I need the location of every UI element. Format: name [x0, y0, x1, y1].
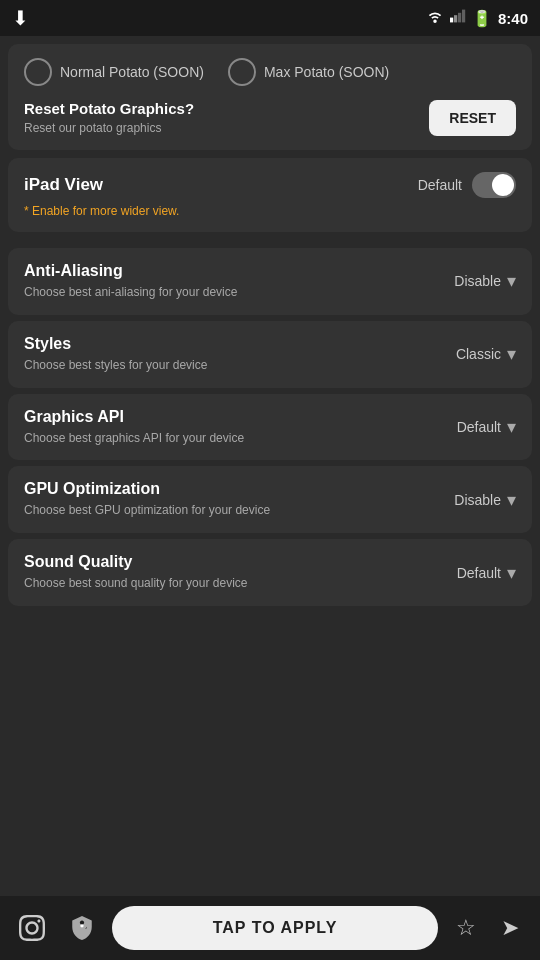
settings-left-0: Anti-Aliasing Choose best ani-aliasing f…	[24, 262, 416, 301]
reset-title: Reset Potato Graphics?	[24, 100, 413, 117]
potato-section: Normal Potato (SOON) Max Potato (SOON) R…	[8, 44, 532, 150]
ipad-right: Default	[418, 172, 516, 198]
settings-section-0[interactable]: Anti-Aliasing Choose best ani-aliasing f…	[8, 248, 532, 315]
settings-right-3[interactable]: Disable ▾	[416, 489, 516, 511]
svg-rect-1	[454, 15, 457, 22]
settings-title-3: GPU Optimization	[24, 480, 416, 498]
normal-potato-option[interactable]: Normal Potato (SOON)	[24, 58, 204, 86]
chevron-down-icon-4: ▾	[507, 562, 516, 584]
scroll-content: Normal Potato (SOON) Max Potato (SOON) R…	[0, 36, 540, 896]
svg-point-4	[80, 924, 83, 927]
settings-row-4: Sound Quality Choose best sound quality …	[24, 553, 516, 592]
settings-section-2[interactable]: Graphics API Choose best graphics API fo…	[8, 394, 532, 461]
settings-desc-2: Choose best graphics API for your device	[24, 430, 416, 447]
settings-desc-1: Choose best styles for your device	[24, 357, 416, 374]
settings-container: Anti-Aliasing Choose best ani-aliasing f…	[0, 248, 540, 606]
bottom-bar: TAP TO APPLY ☆ ➤	[0, 896, 540, 960]
download-icon: ⬇	[12, 6, 29, 30]
reset-button[interactable]: RESET	[429, 100, 516, 136]
chevron-down-icon-3: ▾	[507, 489, 516, 511]
settings-title-0: Anti-Aliasing	[24, 262, 416, 280]
settings-left-1: Styles Choose best styles for your devic…	[24, 335, 416, 374]
settings-title-1: Styles	[24, 335, 416, 353]
svg-rect-3	[462, 10, 465, 23]
send-icon-button[interactable]: ➤	[492, 910, 528, 946]
svg-rect-2	[458, 13, 461, 23]
settings-desc-0: Choose best ani-aliasing for your device	[24, 284, 416, 301]
settings-title-2: Graphics API	[24, 408, 416, 426]
tap-to-apply-button[interactable]: TAP TO APPLY	[112, 906, 438, 950]
battery-icon: 🔋	[472, 9, 492, 28]
chevron-down-icon-2: ▾	[507, 416, 516, 438]
chevron-down-icon-1: ▾	[507, 343, 516, 365]
bottom-right-icons: ☆ ➤	[448, 910, 528, 946]
ipad-view-toggle[interactable]	[472, 172, 516, 198]
signal-icon	[450, 9, 466, 27]
settings-row-2: Graphics API Choose best graphics API fo…	[24, 408, 516, 447]
potato-options: Normal Potato (SOON) Max Potato (SOON)	[24, 58, 516, 86]
reset-desc: Reset our potato graphics	[24, 121, 413, 135]
normal-potato-radio[interactable]	[24, 58, 52, 86]
settings-section-4[interactable]: Sound Quality Choose best sound quality …	[8, 539, 532, 606]
status-bar-right: 🔋 8:40	[426, 9, 528, 28]
settings-desc-4: Choose best sound quality for your devic…	[24, 575, 416, 592]
chevron-down-icon-0: ▾	[507, 270, 516, 292]
wifi-icon	[426, 9, 444, 27]
settings-row-3: GPU Optimization Choose best GPU optimiz…	[24, 480, 516, 519]
toggle-knob	[492, 174, 514, 196]
settings-right-1[interactable]: Classic ▾	[416, 343, 516, 365]
svg-rect-0	[450, 18, 453, 23]
instagram-icon-button[interactable]	[12, 908, 52, 948]
settings-right-2[interactable]: Default ▾	[416, 416, 516, 438]
reset-text-block: Reset Potato Graphics? Reset our potato …	[24, 100, 413, 135]
ipad-default-label: Default	[418, 177, 462, 193]
max-potato-radio[interactable]	[228, 58, 256, 86]
shield-icon-button[interactable]	[62, 908, 102, 948]
max-potato-label: Max Potato (SOON)	[264, 64, 389, 80]
settings-section-1[interactable]: Styles Choose best styles for your devic…	[8, 321, 532, 388]
settings-value-2: Default	[457, 419, 501, 435]
settings-right-4[interactable]: Default ▾	[416, 562, 516, 584]
ipad-note: * Enable for more wider view.	[24, 204, 516, 218]
settings-section-3[interactable]: GPU Optimization Choose best GPU optimiz…	[8, 466, 532, 533]
favorites-icon-button[interactable]: ☆	[448, 910, 484, 946]
settings-title-4: Sound Quality	[24, 553, 416, 571]
settings-right-0[interactable]: Disable ▾	[416, 270, 516, 292]
status-bar: ⬇ 🔋 8:40	[0, 0, 540, 36]
settings-row-1: Styles Choose best styles for your devic…	[24, 335, 516, 374]
settings-left-2: Graphics API Choose best graphics API fo…	[24, 408, 416, 447]
ipad-view-title: iPad View	[24, 175, 103, 195]
ipad-header: iPad View Default	[24, 172, 516, 198]
settings-value-1: Classic	[456, 346, 501, 362]
max-potato-option[interactable]: Max Potato (SOON)	[228, 58, 389, 86]
settings-value-3: Disable	[454, 492, 501, 508]
time-display: 8:40	[498, 10, 528, 27]
settings-value-0: Disable	[454, 273, 501, 289]
settings-value-4: Default	[457, 565, 501, 581]
status-bar-left: ⬇	[12, 6, 29, 30]
reset-row: Reset Potato Graphics? Reset our potato …	[24, 100, 516, 136]
settings-left-4: Sound Quality Choose best sound quality …	[24, 553, 416, 592]
settings-desc-3: Choose best GPU optimization for your de…	[24, 502, 416, 519]
ipad-view-section: iPad View Default * Enable for more wide…	[8, 158, 532, 232]
settings-left-3: GPU Optimization Choose best GPU optimiz…	[24, 480, 416, 519]
settings-row-0: Anti-Aliasing Choose best ani-aliasing f…	[24, 262, 516, 301]
normal-potato-label: Normal Potato (SOON)	[60, 64, 204, 80]
